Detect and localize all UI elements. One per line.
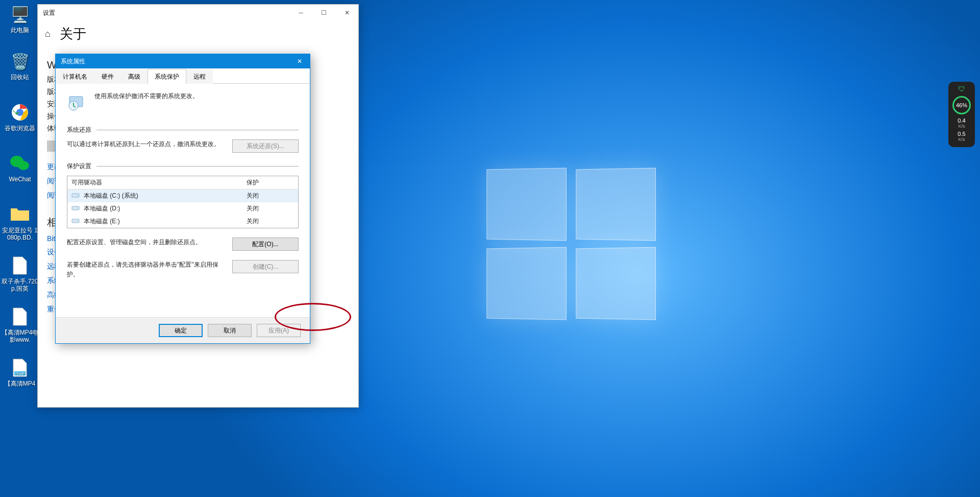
cancel-button[interactable]: 取消 <box>208 324 252 337</box>
tab-hardware[interactable]: 硬件 <box>94 69 121 84</box>
icon-label: 此电脑 <box>1 27 39 34</box>
desktop-icon-chrome[interactable]: 谷歌浏览器 <box>1 102 39 132</box>
usage-ring: 46% <box>952 96 971 114</box>
close-button[interactable]: ✕ <box>335 5 358 21</box>
tab-remote[interactable]: 远程 <box>186 69 213 84</box>
performance-widget[interactable]: 🛡 46% 0.4K/s 0.5K/s <box>948 82 975 147</box>
settings-header: ⌂ 关于 <box>38 21 358 52</box>
shield-icon: 🛡 <box>948 85 975 93</box>
windows-logo-background <box>485 169 664 322</box>
net-down: 0.5K/s <box>948 131 975 142</box>
desktop-icon-wechat[interactable]: WeChat <box>1 153 39 183</box>
wechat-icon <box>8 153 32 174</box>
chrome-icon <box>8 102 32 123</box>
net-up: 0.4K/s <box>948 117 975 129</box>
group-system-restore: 系统还原 <box>67 126 299 134</box>
icon-label: 【高清MP4电影www. <box>1 329 39 343</box>
document-icon <box>8 306 32 327</box>
svg-point-13 <box>77 221 78 222</box>
col-header-drive: 可用驱动器 <box>67 176 242 190</box>
desktop-icon-folder-1[interactable]: 安尼亚拉号 1080p.BD. <box>1 204 39 241</box>
desktop-icon-this-pc[interactable]: 🖥️ 此电脑 <box>1 4 39 34</box>
drive-status: 关闭 <box>242 215 299 228</box>
icon-label: 【高清MP4 <box>1 380 39 387</box>
system-protection-icon <box>67 92 87 112</box>
disk-icon <box>71 193 80 200</box>
monitor-icon: 🖥️ <box>8 4 32 25</box>
svg-text:TEMP: TEMP <box>15 372 25 375</box>
drive-status: 关闭 <box>242 202 299 215</box>
system-restore-button[interactable]: 系统还原(S)... <box>232 139 299 153</box>
svg-point-11 <box>77 208 78 209</box>
icon-label: 安尼亚拉号 1080p.BD. <box>1 227 39 241</box>
desktop-icon-file-temp[interactable]: TEMP 【高清MP4 <box>1 358 39 387</box>
disk-icon <box>71 205 80 212</box>
drive-row[interactable]: 本地磁盘 (E:)关闭 <box>67 215 299 228</box>
group-protection-settings: 保护设置 <box>67 162 299 171</box>
folder-icon <box>8 204 32 225</box>
drive-row[interactable]: 本地磁盘 (C:) (系统)关闭 <box>67 190 299 203</box>
desktop-icon-recycle-bin[interactable]: 🗑️ 回收站 <box>1 51 39 81</box>
create-restore-point-button[interactable]: 创建(C)... <box>232 260 299 273</box>
intro-text: 使用系统保护撤消不需要的系统更改。 <box>94 92 199 101</box>
document-temp-icon: TEMP <box>8 358 32 378</box>
settings-titlebar[interactable]: 设置 ─ ☐ ✕ <box>38 5 358 21</box>
configure-description: 配置还原设置、管理磁盘空间，并且删除还原点。 <box>67 238 222 247</box>
dialog-footer: 确定 取消 应用(A) <box>56 317 310 343</box>
configure-button[interactable]: 配置(O)... <box>232 238 299 251</box>
restore-description: 可以通过将计算机还原到上一个还原点，撤消系统更改。 <box>67 139 222 149</box>
tab-system-protection[interactable]: 系统保护 <box>148 69 186 84</box>
desktop-icon-file-2[interactable]: 【高清MP4电影www. <box>1 306 39 343</box>
sysprop-titlebar[interactable]: 系统属性 ✕ <box>56 54 310 68</box>
document-icon <box>8 255 32 276</box>
icon-label: WeChat <box>1 176 39 183</box>
icon-label: 双子杀手.720p.国英 <box>1 278 39 292</box>
tab-computer-name[interactable]: 计算机名 <box>56 69 94 84</box>
drive-row[interactable]: 本地磁盘 (D:)关闭 <box>67 202 299 215</box>
ok-button[interactable]: 确定 <box>159 324 203 337</box>
sysprop-tabs: 计算机名 硬件 高级 系统保护 远程 <box>56 68 310 84</box>
drive-status: 关闭 <box>242 190 299 203</box>
svg-point-9 <box>77 195 78 196</box>
close-button[interactable]: ✕ <box>289 54 310 68</box>
page-title: 关于 <box>60 25 86 43</box>
maximize-button[interactable]: ☐ <box>312 5 335 21</box>
create-description: 若要创建还原点，请先选择驱动器并单击"配置"来启用保护。 <box>67 260 222 279</box>
svg-point-3 <box>18 161 29 170</box>
tab-advanced[interactable]: 高级 <box>121 69 148 84</box>
minimize-button[interactable]: ─ <box>289 5 312 21</box>
icon-label: 谷歌浏览器 <box>1 125 39 132</box>
disk-icon <box>71 218 80 225</box>
drive-name: 本地磁盘 (D:) <box>80 202 242 215</box>
drive-table: 可用驱动器 保护 本地磁盘 (C:) (系统)关闭本地磁盘 (D:)关闭本地磁盘… <box>67 176 299 228</box>
drive-name: 本地磁盘 (C:) (系统) <box>80 190 242 203</box>
drive-name: 本地磁盘 (E:) <box>80 215 242 228</box>
system-properties-dialog: 系统属性 ✕ 计算机名 硬件 高级 系统保护 远程 使用系统保护撤消不需要的系统… <box>55 54 310 344</box>
icon-label: 回收站 <box>1 74 39 81</box>
desktop-icon-file-1[interactable]: 双子杀手.720p.国英 <box>1 255 39 292</box>
sysprop-title: 系统属性 <box>61 57 85 66</box>
trash-icon: 🗑️ <box>8 51 32 72</box>
settings-window-title: 设置 <box>43 9 55 17</box>
home-icon[interactable]: ⌂ <box>45 29 51 39</box>
col-header-protection: 保护 <box>242 176 299 190</box>
apply-button[interactable]: 应用(A) <box>257 324 301 337</box>
